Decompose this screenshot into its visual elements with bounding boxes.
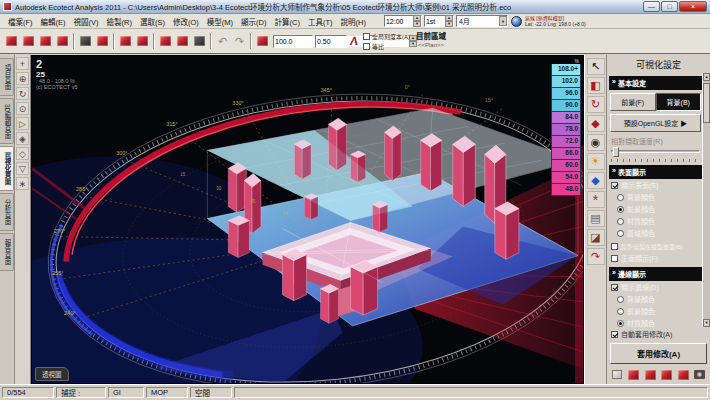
snapshot-camera-icon[interactable] (693, 368, 707, 381)
scale-tool-icon[interactable] (254, 32, 271, 50)
slider-thumb[interactable] (613, 147, 619, 157)
tab-project-page[interactable]: 項目頁面 (0, 58, 14, 96)
background-button[interactable]: 背景(B) (656, 93, 702, 111)
menu-modify[interactable]: 修改(O) (169, 15, 203, 28)
foreground-button[interactable]: 前景(F) (610, 93, 656, 111)
mode-toggle-status[interactable]: MOP (146, 387, 188, 398)
select-cursor-icon[interactable]: ↖ (587, 58, 605, 75)
render-mode-icon[interactable]: ◆ (587, 115, 605, 132)
menu-help[interactable]: 說明(H) (337, 15, 370, 28)
solar-tool-icon[interactable] (157, 32, 174, 50)
tab-3d-editor-page[interactable]: 3D編輯頁面 (0, 98, 14, 144)
default-opengl-button[interactable]: 預設OpenGL設定 ▶ (610, 114, 701, 132)
redraw-speed-slider[interactable] (611, 147, 700, 159)
edge-fg-color-radio[interactable] (617, 308, 624, 315)
orbit-tool-icon[interactable]: ⊕ (16, 72, 29, 85)
scroll-down-arrow[interactable]: ▼ (703, 319, 710, 327)
tab-report-page[interactable]: 報告頁面 (0, 233, 14, 271)
month-dropdown[interactable]: 4月 ▼ (456, 15, 508, 27)
rotate-model-icon[interactable]: ↻ (587, 96, 605, 113)
print-icon[interactable] (54, 32, 71, 50)
grid-toggle-icon[interactable]: ▤ (587, 210, 605, 227)
camera-view-icon[interactable]: ▷ (16, 117, 29, 130)
time-input[interactable] (385, 16, 413, 26)
time-spinner[interactable]: ▲▼ (413, 15, 421, 27)
maximize-button[interactable]: □ (661, 1, 678, 12)
realtime-mode-icon[interactable] (676, 368, 690, 381)
tab-analysis-page[interactable]: 分析頁面 (0, 193, 14, 231)
plan-view-icon[interactable]: ◇ (16, 147, 29, 160)
scale-field[interactable]: ▲▼ (273, 35, 313, 48)
menu-tools[interactable]: 工具(T) (304, 15, 337, 28)
scroll-thumb[interactable] (703, 83, 710, 123)
undo-icon[interactable]: ↶ (214, 32, 231, 50)
rendered-mode-icon[interactable] (660, 368, 674, 381)
show-edges-checkbox[interactable] (611, 284, 618, 291)
fit-view-icon[interactable]: ∗ (16, 177, 29, 190)
menu-file[interactable]: 檔案(F) (4, 15, 37, 28)
wireframe-mode-icon[interactable] (610, 368, 624, 381)
visibility-icon[interactable]: ◉ (587, 134, 605, 151)
scroll-up-arrow[interactable]: ▲ (703, 73, 710, 81)
apply-changes-button[interactable]: 套用修改(A) (610, 343, 707, 364)
acoustic-tool-icon[interactable] (191, 32, 208, 50)
menu-calculate[interactable]: 計算(C) (271, 15, 304, 28)
contour-field[interactable]: ▲▼ (315, 35, 347, 48)
tab-visualize-page[interactable]: 可視化頁面 (0, 146, 14, 191)
save-file-icon[interactable] (37, 32, 54, 50)
perspective-view-icon[interactable]: ▽ (16, 162, 29, 175)
edge-material-color-radio[interactable] (617, 320, 624, 327)
month-dropdown-arrow[interactable]: ▼ (499, 15, 507, 27)
surface-bg-color-radio[interactable] (617, 194, 624, 201)
shaded-mode-icon[interactable] (627, 368, 641, 381)
global-scale-checkbox[interactable] (363, 33, 370, 40)
menu-draw[interactable]: 繪製(R) (103, 15, 136, 28)
menu-view[interactable]: 視圖(V) (70, 15, 103, 28)
minimize-button[interactable]: — (643, 1, 660, 12)
front-faces-checkbox[interactable] (611, 255, 618, 262)
zone-manage-icon[interactable] (94, 32, 111, 50)
globe-icon[interactable] (511, 16, 522, 27)
menu-model[interactable]: 模型(M) (203, 15, 237, 28)
shadow-display-icon[interactable]: ◧ (587, 77, 605, 94)
lighting-tool-icon[interactable] (174, 32, 191, 50)
surface-zone-color-radio[interactable] (617, 230, 624, 237)
pan-tool-icon[interactable]: + (16, 57, 29, 70)
textured-mode-icon[interactable] (643, 368, 657, 381)
3d-viewport[interactable]: 345°330° 315°300° 285°270° 255°240° 0°15… (31, 55, 584, 384)
time-field[interactable]: ▲▼ (384, 15, 422, 27)
grid-toggle-status[interactable]: GI (108, 387, 144, 398)
sky-icon[interactable]: ◆ (587, 172, 605, 189)
menu-edit[interactable]: 編輯(E) (37, 15, 70, 28)
axonometric-view-icon[interactable]: ◈ (16, 132, 29, 145)
animation-icon[interactable]: ◪ (587, 229, 605, 246)
section-edge-display[interactable]: » 邊線顯示 (609, 267, 702, 281)
new-file-icon[interactable] (3, 32, 20, 50)
surface-material-color-radio[interactable] (617, 218, 624, 225)
section-basic-settings[interactable]: » 基本設定 (609, 76, 702, 90)
day-spinner[interactable]: ▲▼ (445, 15, 453, 27)
current-zone-block[interactable]: 目前區域 <<Plan>> (416, 33, 446, 49)
image-capture-icon[interactable] (77, 32, 94, 50)
panel-scrollbar[interactable]: ▲ ▼ (702, 73, 710, 327)
material-panel-icon[interactable] (117, 32, 134, 50)
day-field[interactable]: ▲▼ (424, 15, 454, 27)
ratio-checkbox[interactable] (363, 43, 370, 50)
menu-display[interactable]: 顯示(D) (237, 15, 270, 28)
zoom-tool-icon[interactable]: ⊙ (16, 102, 29, 115)
close-button[interactable]: × (679, 1, 707, 12)
show-surfaces-checkbox[interactable] (611, 182, 618, 189)
auto-apply-checkbox[interactable] (611, 331, 618, 338)
day-input[interactable] (425, 16, 445, 26)
edge-bg-color-radio[interactable] (617, 296, 624, 303)
redo-icon[interactable]: ↷ (231, 32, 248, 50)
shading-panel-icon[interactable] (134, 32, 151, 50)
section-surface-display[interactable]: » 表面顯示 (609, 165, 702, 179)
open-file-icon[interactable] (20, 32, 37, 50)
analysis-grid-icon[interactable]: * (587, 191, 605, 208)
surface-fg-color-radio[interactable] (617, 206, 624, 213)
view-name-tab[interactable]: 透視圖 (35, 367, 69, 381)
shadows-behind-checkbox[interactable] (611, 243, 618, 250)
export-view-icon[interactable]: ↷ (587, 248, 605, 265)
menu-select[interactable]: 選取(S) (136, 15, 169, 28)
